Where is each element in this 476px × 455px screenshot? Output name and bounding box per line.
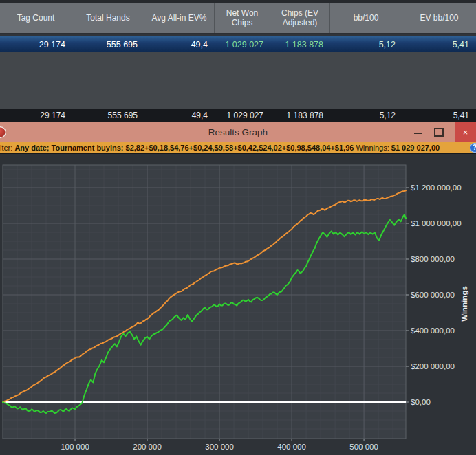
filter-criteria: Any date; Tournament buyins: $2,82+$0,18… bbox=[14, 144, 356, 152]
table-row-selected[interactable]: 29 174 555 695 49,4 1 029 027 1 183 878 … bbox=[0, 36, 476, 52]
cell-bb-100[interactable]: 5,12 bbox=[330, 36, 402, 52]
column-header-avg-allin-ev[interactable]: Avg All-in EV% bbox=[144, 3, 215, 33]
results-window-titlebar[interactable]: Results Graph × bbox=[0, 122, 476, 142]
winnings-label: Winnings: bbox=[356, 144, 391, 152]
cell-ev-bb-100[interactable]: 5,41 bbox=[402, 36, 476, 52]
cell-avg-allin-ev[interactable]: 49,4 bbox=[144, 36, 215, 52]
y-axis-label: $1 200 000,00 bbox=[411, 184, 462, 192]
window-title: Results Graph bbox=[0, 122, 476, 142]
maximize-icon bbox=[434, 128, 444, 137]
table-summary-row: 29 174 555 695 49,4 1 029 027 1 183 878 … bbox=[0, 109, 476, 122]
summary-net-won-chips: 1 029 027 bbox=[215, 109, 270, 122]
column-header-net-won-chips[interactable]: Net Won Chips bbox=[215, 3, 270, 33]
x-axis-label: 100 000 bbox=[61, 443, 89, 451]
summary-ev-bb-100: 5,41 bbox=[402, 109, 476, 122]
minimize-button[interactable] bbox=[410, 122, 426, 142]
cell-total-hands[interactable]: 555 695 bbox=[72, 36, 144, 52]
x-axis-label: 500 000 bbox=[349, 443, 378, 451]
maximize-button[interactable] bbox=[431, 122, 447, 142]
summary-tag-count: 29 174 bbox=[0, 109, 72, 122]
filter-bar[interactable]: lter: Any date; Tournament buyins: $2,82… bbox=[0, 142, 476, 154]
summary-bb-100: 5,12 bbox=[330, 109, 402, 122]
x-axis-label: 300 000 bbox=[205, 443, 234, 451]
y-axis-title: Winnings bbox=[460, 286, 468, 322]
cell-net-won-chips[interactable]: 1 029 027 bbox=[215, 36, 270, 52]
y-axis-label: $600 000,00 bbox=[411, 291, 455, 299]
stats-table-header: Tag Count Total Hands Avg All-in EV% Net… bbox=[0, 3, 476, 34]
close-icon: × bbox=[463, 127, 468, 137]
y-axis-label: $1 000 000,00 bbox=[411, 219, 462, 228]
cell-tag-count[interactable]: 29 174 bbox=[0, 36, 72, 52]
minimize-icon bbox=[414, 133, 422, 134]
results-chart: $0,00$200 000,00$400 000,00$600 000,00$8… bbox=[0, 154, 476, 455]
column-header-bb-100[interactable]: bb/100 bbox=[330, 3, 402, 33]
x-axis-label: 200 000 bbox=[133, 443, 162, 451]
filter-prefix: lter: bbox=[0, 144, 14, 152]
y-axis-label: $0,00 bbox=[411, 398, 431, 406]
column-header-ev-bb-100[interactable]: EV bb/100 bbox=[402, 3, 476, 33]
y-axis-label: $200 000,00 bbox=[411, 362, 455, 370]
summary-avg-allin-ev: 49,4 bbox=[144, 109, 215, 122]
summary-total-hands: 555 695 bbox=[72, 109, 144, 122]
column-header-total-hands[interactable]: Total Hands bbox=[72, 3, 144, 33]
info-icon[interactable]: ? bbox=[470, 143, 476, 153]
cell-chips-ev-adjusted[interactable]: 1 183 878 bbox=[270, 36, 330, 52]
y-axis-label: $400 000,00 bbox=[411, 326, 455, 335]
column-header-chips-ev-adjusted[interactable]: Chips (EV Adjusted) bbox=[270, 3, 330, 33]
winnings-value: $1 029 027,00 bbox=[391, 144, 440, 152]
y-axis-label: $800 000,00 bbox=[411, 255, 455, 263]
results-graph-area: $0,00$200 000,00$400 000,00$600 000,00$8… bbox=[0, 154, 476, 455]
close-button[interactable]: × bbox=[455, 122, 476, 142]
table-empty-area bbox=[0, 52, 476, 109]
summary-chips-ev-adjusted: 1 183 878 bbox=[270, 109, 330, 122]
column-header-tag-count[interactable]: Tag Count bbox=[0, 3, 72, 33]
x-axis-label: 400 000 bbox=[277, 443, 306, 451]
